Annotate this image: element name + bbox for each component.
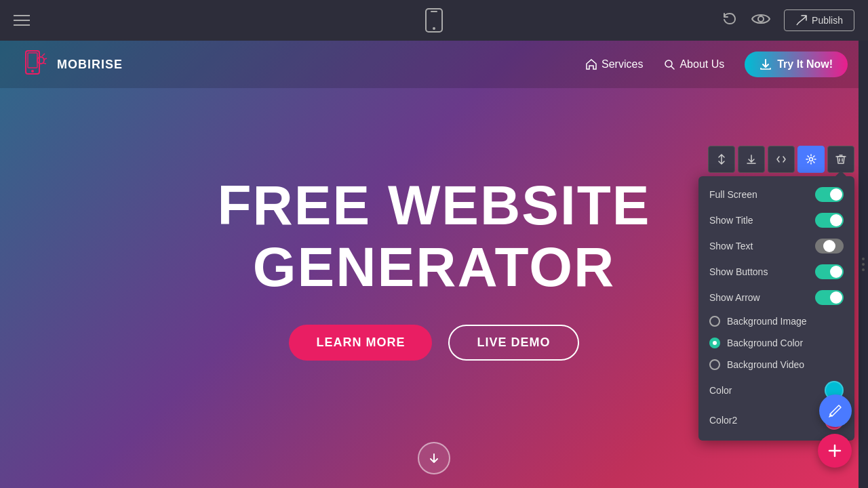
right-sidebar xyxy=(859,41,868,488)
eye-icon xyxy=(751,12,770,26)
show-arrow-label: Show Arrow xyxy=(709,292,815,303)
publish-button[interactable]: Publish xyxy=(784,9,854,31)
trash-icon xyxy=(835,154,846,165)
scroll-arrow-button[interactable] xyxy=(418,442,450,474)
color-label: Color xyxy=(709,385,732,396)
hero-title: FREE WEBSITE GENERATOR xyxy=(217,175,650,297)
bg-color-radio[interactable] xyxy=(709,338,720,348)
preview-button[interactable] xyxy=(751,12,770,29)
full-screen-toggle[interactable] xyxy=(815,187,844,202)
panel-toolbar xyxy=(708,146,854,173)
show-title-row: Show Title xyxy=(698,207,854,233)
svg-rect-5 xyxy=(28,53,37,68)
bg-video-label: Background Video xyxy=(727,359,804,370)
sidebar-dot xyxy=(862,258,865,260)
brand-name: MOBIRISE xyxy=(57,58,123,72)
nav-about[interactable]: About Us xyxy=(663,58,724,70)
bg-color-label: Background Color xyxy=(727,338,803,348)
svg-line-12 xyxy=(671,66,674,69)
bg-color-row: Background Color xyxy=(698,332,854,354)
full-screen-label: Full Screen xyxy=(709,189,815,200)
full-screen-row: Full Screen xyxy=(698,182,854,207)
nav-bar: MOBIRISE Services About Us xyxy=(0,41,868,88)
color2-label: Color2 xyxy=(709,415,737,426)
brand: MOBIRISE xyxy=(20,49,123,79)
svg-point-10 xyxy=(37,57,44,64)
show-title-label: Show Title xyxy=(709,215,815,226)
code-button[interactable] xyxy=(768,146,795,173)
bg-video-row: Background Video xyxy=(698,354,854,375)
search-icon xyxy=(663,58,675,70)
bg-image-radio[interactable] xyxy=(709,316,720,327)
show-text-label: Show Text xyxy=(709,241,815,251)
show-text-toggle[interactable] xyxy=(815,239,844,253)
about-label: About Us xyxy=(679,58,724,70)
toolbar-center xyxy=(425,8,443,33)
svg-point-6 xyxy=(31,70,34,73)
undo-icon xyxy=(722,11,738,27)
bg-image-row: Background Image xyxy=(698,310,854,332)
fab-add-button[interactable] xyxy=(818,434,852,468)
home-icon xyxy=(585,58,597,70)
gear-button[interactable] xyxy=(797,146,825,173)
nav-links: Services About Us Try It Now! xyxy=(585,52,848,77)
pencil-icon xyxy=(828,403,843,418)
download-button[interactable] xyxy=(738,146,765,173)
publish-label: Publish xyxy=(812,15,843,26)
sidebar-dot xyxy=(862,268,865,271)
delete-button[interactable] xyxy=(827,146,854,173)
show-text-row: Show Text xyxy=(698,233,854,259)
hero-buttons: LEARN MORE LIVE DEMO xyxy=(289,325,578,361)
show-title-toggle[interactable] xyxy=(815,213,844,228)
brand-logo-icon xyxy=(20,49,50,79)
arrow-down-icon xyxy=(428,452,440,464)
hero-title-line1: FREE WEBSITE xyxy=(217,174,650,236)
plus-icon xyxy=(827,443,842,458)
undo-button[interactable] xyxy=(722,11,738,30)
download-panel-icon xyxy=(746,154,757,165)
cta-label: Try It Now! xyxy=(777,58,833,70)
top-toolbar: Publish xyxy=(0,0,868,41)
publish-icon xyxy=(795,14,808,26)
nav-services[interactable]: Services xyxy=(585,58,643,70)
hamburger-icon[interactable] xyxy=(14,15,30,26)
toolbar-right: Publish xyxy=(722,9,854,31)
show-buttons-row: Show Buttons xyxy=(698,259,854,285)
svg-line-7 xyxy=(42,54,45,56)
bg-video-radio[interactable] xyxy=(709,359,720,370)
code-icon xyxy=(776,154,787,165)
nav-cta-button[interactable]: Try It Now! xyxy=(745,52,848,77)
sort-button[interactable] xyxy=(708,146,735,173)
hero-content: FREE WEBSITE GENERATOR LEARN MORE LIVE D… xyxy=(217,88,650,488)
svg-point-3 xyxy=(758,16,764,22)
svg-point-1 xyxy=(433,27,435,30)
canvas-area: MOBIRISE Services About Us xyxy=(0,41,868,488)
sidebar-dot xyxy=(862,263,865,266)
fab-pencil-button[interactable] xyxy=(819,394,852,427)
download-icon xyxy=(760,58,772,70)
live-demo-button[interactable]: LIVE DEMO xyxy=(448,325,578,361)
show-arrow-row: Show Arrow xyxy=(698,285,854,310)
bg-image-label: Background Image xyxy=(727,316,807,327)
phone-icon xyxy=(425,8,443,33)
phone-view-button[interactable] xyxy=(425,8,443,33)
svg-point-14 xyxy=(810,158,813,161)
show-buttons-label: Show Buttons xyxy=(709,266,815,277)
toolbar-left xyxy=(14,15,30,26)
gear-icon xyxy=(806,154,816,165)
show-arrow-toggle[interactable] xyxy=(815,290,844,305)
hero-title-line2: GENERATOR xyxy=(253,236,615,298)
learn-more-button[interactable]: LEARN MORE xyxy=(289,325,432,361)
services-label: Services xyxy=(601,58,643,70)
show-buttons-toggle[interactable] xyxy=(815,264,844,279)
sort-icon xyxy=(716,154,727,165)
